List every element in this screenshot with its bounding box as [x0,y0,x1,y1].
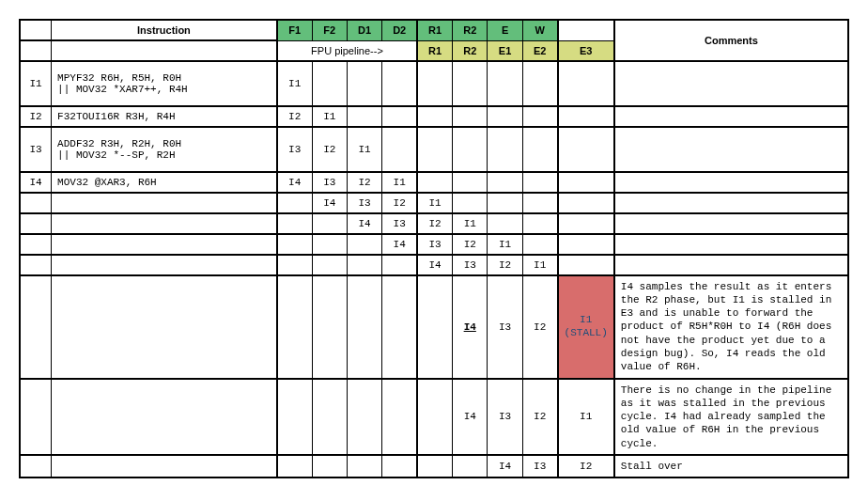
c: I2 [277,106,312,127]
row-I3: I3 ADDF32 R3H, R2H, R0H || MOV32 *--SP, … [20,127,848,172]
c: I3 [488,275,522,379]
c: I1 [347,127,381,172]
c: I2 [312,127,347,172]
stage-D2: D2 [382,20,417,40]
cycle-9-stall: I4 I3 I2 I1 (STALL) I4 samples the resul… [20,275,848,379]
fpu-label: FPU pipeline--> [277,40,417,61]
c: I2 [417,213,452,234]
stage-E2: E2 [522,40,557,61]
c: I4 [312,193,347,213]
stall-l2: (STALL) [565,327,608,338]
instr-I1-l2: || MOV32 *XAR7++, R4H [57,84,188,95]
row-I2: I2 F32TOUI16R R3H, R4H I2 I1 [20,106,848,127]
c: I2 [522,379,557,455]
instr-I1: MPYF32 R6H, R5H, R0H || MOV32 *XAR7++, R… [52,61,277,106]
instr-I1-l1: MPYF32 R6H, R5H, R0H [57,72,181,84]
stall-cell: I1 (STALL) [558,275,614,379]
c: I4 [347,213,381,234]
stage-W: W [522,20,557,40]
instr-I2: F32TOUI16R R3H, R4H [52,106,277,127]
c: I1 [488,234,522,255]
c: I2 [488,255,522,275]
c: I1 [312,106,347,127]
instr-I4: MOV32 @XAR3, R6H [52,172,277,193]
stage-F1: F1 [277,20,312,40]
c: I4 [277,172,312,193]
I4-sampling: I4 [453,275,488,379]
comments-header: Comments [614,20,848,61]
stage-E1: E1 [488,40,522,61]
stage-R2b: R2 [453,40,488,61]
c: I3 [453,255,488,275]
row-I4: I4 MOV32 @XAR3, R6H I4 I3 I2 I1 [20,172,848,193]
stage-R1b: R1 [417,40,452,61]
id-I4: I4 [20,172,52,193]
instr-I3-l1: ADDF32 R3H, R2H, R0H [57,138,181,149]
c: I3 [488,379,522,455]
comment-r11: Stall over [614,455,848,478]
stage-F2: F2 [312,20,347,40]
c: I4 [382,234,417,255]
id-I3: I3 [20,127,52,172]
id-I2: I2 [20,106,52,127]
c: I3 [417,234,452,255]
c: I2 [382,193,417,213]
comment-r10: There is no change in the pipeline as it… [614,379,848,455]
stage-E3-blank [558,20,614,40]
c: I1 [382,172,417,193]
stage-R2: R2 [453,20,488,40]
stage-D1: D1 [347,20,381,40]
c: I1 [453,213,488,234]
c: I2 [558,455,614,478]
c: I1 [417,193,452,213]
stage-R1: R1 [417,20,452,40]
c: I3 [347,193,381,213]
c: I3 [522,455,557,478]
c: I1 [277,61,312,106]
c: I3 [277,127,312,172]
c: I3 [382,213,417,234]
cycle-8: I4 I3 I2 I1 [20,255,848,275]
cycle-11: I4 I3 I2 Stall over [20,455,848,478]
instr-I3-l2: || MOV32 *--SP, R2H [57,149,175,161]
c: I2 [522,275,557,379]
c: I1 [558,379,614,455]
cycle-5: I4 I3 I2 I1 [20,193,848,213]
c: I4 [488,455,522,478]
cycle-6: I4 I3 I2 I1 [20,213,848,234]
instr-header: Instruction [52,20,277,40]
c: I4 [453,379,488,455]
c: I2 [453,234,488,255]
stage-E: E [488,20,522,40]
cycle-10: I4 I3 I2 I1 There is no change in the pi… [20,379,848,455]
c: I1 [522,255,557,275]
c: I3 [312,172,347,193]
stage-E3: E3 [558,40,614,61]
c: I2 [347,172,381,193]
stall-l1: I1 [580,314,592,325]
comment-r9: I4 samples the result as it enters the R… [614,275,848,379]
instr-I3: ADDF32 R3H, R2H, R0H || MOV32 *--SP, R2H [52,127,277,172]
id-I1: I1 [20,61,52,106]
pipeline-table: Instruction F1 F2 D1 D2 R1 R2 E W Commen… [19,19,849,478]
c: I4 [417,255,452,275]
header-row-1: Instruction F1 F2 D1 D2 R1 R2 E W Commen… [20,20,848,40]
row-I1: I1 MPYF32 R6H, R5H, R0H || MOV32 *XAR7++… [20,61,848,106]
cycle-7: I4 I3 I2 I1 [20,234,848,255]
